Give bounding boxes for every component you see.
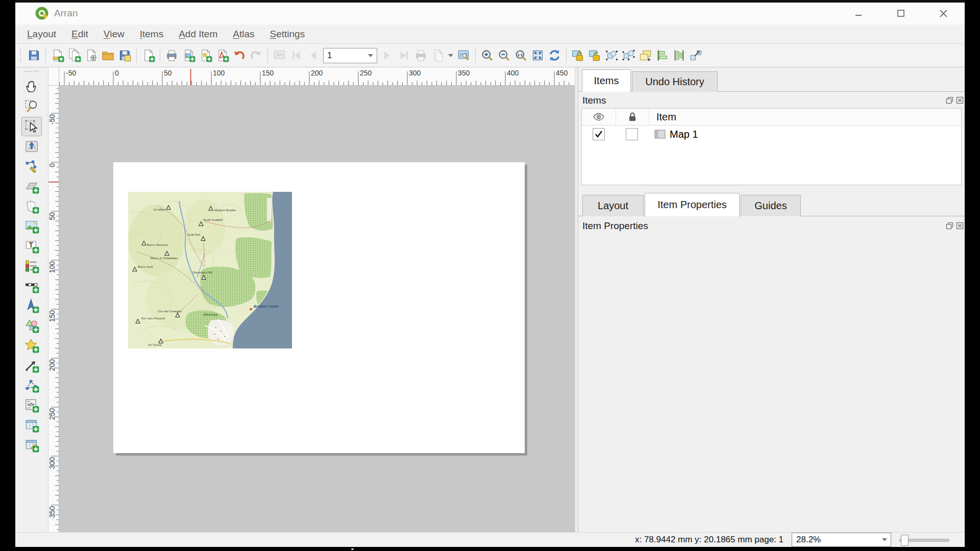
add-node-item-tool[interactable] <box>21 375 42 395</box>
new-layout-button[interactable] <box>50 47 65 63</box>
save-template-button[interactable] <box>117 47 133 63</box>
layout-page[interactable]: Cir MhorMullach BuidheNorth GoatfellGoat… <box>113 162 525 453</box>
add-html-tool[interactable]: </> <box>21 395 42 415</box>
item-properties-close-icon[interactable] <box>955 221 964 230</box>
tab-item-properties[interactable]: Item Properties <box>645 193 740 216</box>
bottom-strip-dot <box>351 548 354 550</box>
refresh-view-button[interactable] <box>547 47 562 63</box>
add-marker-tool[interactable] <box>21 336 42 355</box>
atlas-settings-button[interactable] <box>456 47 472 63</box>
close-button[interactable] <box>932 5 954 22</box>
menu-items[interactable]: Items <box>132 27 171 42</box>
export-atlas-dropdown-icon[interactable] <box>448 54 453 57</box>
chevron-down-icon <box>882 538 887 541</box>
export-image-button[interactable] <box>181 47 197 63</box>
select-move-item-tool[interactable] <box>21 117 42 136</box>
load-template-button[interactable] <box>100 47 116 63</box>
toolbar-drag-handle[interactable] <box>20 49 24 62</box>
items-dock-close-icon[interactable] <box>955 96 964 105</box>
menu-add-item[interactable]: Add Item <box>171 27 225 42</box>
add-north-arrow-tool[interactable] <box>21 296 42 315</box>
print-layout-button[interactable] <box>164 47 180 63</box>
add-scalebar-tool[interactable] <box>21 276 42 295</box>
tab-layout[interactable]: Layout <box>582 195 644 216</box>
add-arrow-tool[interactable] <box>21 356 42 375</box>
preview-atlas-button[interactable] <box>272 47 287 63</box>
title-bar: Arran <box>15 3 965 25</box>
item-properties-float-icon[interactable] <box>945 221 954 230</box>
align-items-button[interactable] <box>654 47 670 63</box>
add-label-tool[interactable]: T <box>21 236 42 256</box>
first-feature-button[interactable] <box>288 47 304 63</box>
lock-items-button[interactable] <box>570 47 586 63</box>
zoom-full-button[interactable] <box>530 47 546 63</box>
svg-text:Mullach Buidhe: Mullach Buidhe <box>214 208 236 212</box>
tab-undo-history[interactable]: Undo History <box>632 71 718 92</box>
tab-guides[interactable]: Guides <box>741 195 801 216</box>
add-fixed-table-tool[interactable] <box>21 435 42 455</box>
add-3d-map-tool[interactable] <box>21 177 42 196</box>
svg-text:350: 350 <box>48 506 56 518</box>
edit-nodes-item-tool[interactable] <box>21 157 42 176</box>
pan-tool[interactable] <box>21 77 42 96</box>
next-feature-button[interactable] <box>379 47 395 63</box>
export-svg-button[interactable] <box>198 47 213 63</box>
atlas-page-combo[interactable]: 1 <box>323 48 377 63</box>
map1-lock-checkbox[interactable] <box>626 128 638 140</box>
zoom-level-combo[interactable]: 28.2% <box>792 533 891 547</box>
zoom-in-button[interactable] <box>479 47 495 63</box>
map-item-map1[interactable]: Cir MhorMullach BuidheNorth GoatfellGoat… <box>128 192 292 348</box>
map1-visibility-checkbox[interactable] <box>593 128 605 140</box>
items-dock-float-icon[interactable] <box>945 96 954 105</box>
add-shape-tool[interactable] <box>21 316 42 335</box>
layout-manager-button[interactable] <box>83 47 99 63</box>
zoom-tool[interactable] <box>21 97 42 116</box>
menu-atlas[interactable]: Atlas <box>225 27 262 42</box>
previous-feature-button[interactable] <box>305 47 321 63</box>
tab-items[interactable]: Items <box>582 69 631 92</box>
ungroup-items-button[interactable] <box>621 47 636 63</box>
zoom-slider[interactable] <box>899 534 949 545</box>
menu-settings[interactable]: Settings <box>262 27 312 42</box>
menu-layout[interactable]: Layout <box>19 27 64 42</box>
svg-text:Glenshant Hill: Glenshant Hill <box>192 270 212 274</box>
panel-splitter[interactable] <box>575 67 578 532</box>
add-legend-tool[interactable] <box>21 256 42 276</box>
print-atlas-button[interactable] <box>413 47 429 63</box>
layout-canvas[interactable]: Cir MhorMullach BuidheNorth GoatfellGoat… <box>59 86 575 532</box>
last-feature-button[interactable] <box>396 47 412 63</box>
vertical-ruler[interactable]: -50050100150200250300350 <box>48 86 59 532</box>
svg-text:-50: -50 <box>66 69 76 77</box>
add-attribute-table-tool[interactable] <box>21 415 42 435</box>
add-pages-button[interactable] <box>140 47 156 63</box>
zoom-out-button[interactable] <box>496 47 512 63</box>
unlock-items-button[interactable] <box>587 47 603 63</box>
save-layout-button[interactable] <box>26 47 42 63</box>
svg-text:300: 300 <box>409 69 421 77</box>
export-atlas-button[interactable] <box>430 47 446 63</box>
menu-edit[interactable]: Edit <box>64 27 96 42</box>
horizontal-ruler[interactable]: -50050100150200250300350400450 <box>48 67 575 86</box>
move-item-content-tool[interactable] <box>21 137 42 156</box>
toolbox-drag-handle[interactable] <box>25 71 38 74</box>
maximize-button[interactable] <box>890 5 912 22</box>
export-pdf-button[interactable] <box>214 47 230 63</box>
add-picture-tool[interactable] <box>21 216 42 236</box>
undo-button[interactable] <box>231 47 247 63</box>
raise-items-button[interactable] <box>638 47 653 63</box>
table-row-map1[interactable]: Map 1 <box>582 126 961 143</box>
group-items-button[interactable] <box>604 47 620 63</box>
svg-text:350: 350 <box>458 69 470 77</box>
lock-column-icon <box>616 109 649 125</box>
svg-text:400: 400 <box>507 69 519 77</box>
menu-view[interactable]: View <box>96 27 132 42</box>
add-map-tool[interactable] <box>21 196 42 216</box>
redo-button[interactable] <box>248 47 264 63</box>
zoom-actual-button[interactable]: 1:1 <box>513 47 529 63</box>
minimize-button[interactable] <box>847 5 870 22</box>
chevron-down-icon <box>368 54 373 57</box>
zoom-slider-thumb[interactable] <box>901 535 909 546</box>
duplicate-layout-button[interactable] <box>66 47 82 63</box>
resize-items-button[interactable] <box>688 47 704 63</box>
distribute-items-button[interactable] <box>671 47 687 63</box>
